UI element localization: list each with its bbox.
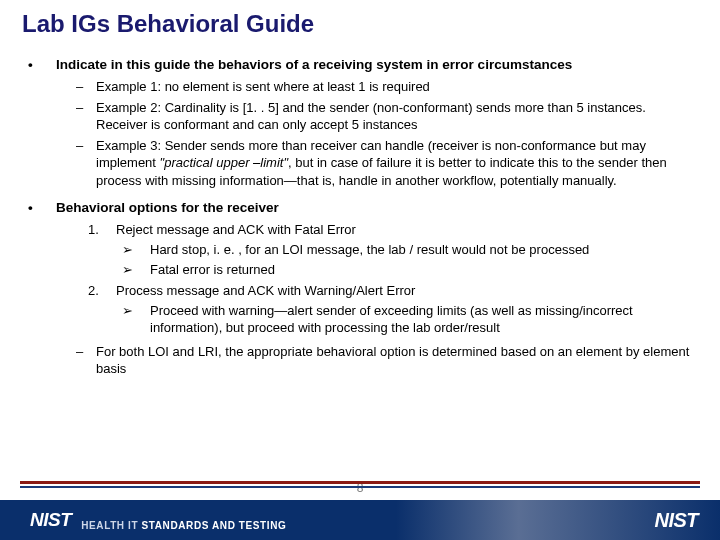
ex3-italic: "practical upper –limit" xyxy=(160,155,288,170)
footer-note-text: For both LOI and LRI, the appropriate be… xyxy=(96,343,692,377)
arrow-icon: ➢ xyxy=(122,241,150,258)
tag-plain: HEALTH IT xyxy=(81,520,141,531)
example-2: – Example 2: Cardinality is [1. . 5] and… xyxy=(76,99,692,133)
footer-right: NIST xyxy=(654,509,698,532)
option-1-sub-b: ➢ Fatal error is returned xyxy=(122,261,692,278)
example-2-text: Example 2: Cardinality is [1. . 5] and t… xyxy=(96,99,692,133)
option-1-sub-a-text: Hard stop, i. e. , for an LOI message, t… xyxy=(150,241,692,258)
bullet-section-1: • Indicate in this guide the behaviors o… xyxy=(28,56,692,74)
page-title: Lab IGs Behavioral Guide xyxy=(22,10,314,38)
section2-heading: Behavioral options for the receiver xyxy=(56,199,692,217)
bullet-section-2: • Behavioral options for the receiver xyxy=(28,199,692,217)
example-3: – Example 3: Sender sends more than rece… xyxy=(76,137,692,188)
option-1-text: Reject message and ACK with Fatal Error xyxy=(116,221,692,238)
nist-logo-right: NIST xyxy=(654,509,698,531)
option-1-sub-b-text: Fatal error is returned xyxy=(150,261,692,278)
footer-note: – For both LOI and LRI, the appropriate … xyxy=(76,343,692,377)
arrow-icon: ➢ xyxy=(122,302,150,336)
bullet-icon: • xyxy=(28,199,56,217)
arrow-icon: ➢ xyxy=(122,261,150,278)
bullet-icon: • xyxy=(28,56,56,74)
divider-blue xyxy=(20,486,700,488)
option-2-text: Process message and ACK with Warning/Ale… xyxy=(116,282,692,299)
example-1: – Example 1: no element is sent where at… xyxy=(76,78,692,95)
option-2: 2. Process message and ACK with Warning/… xyxy=(88,282,692,299)
footer: NIST HEALTH IT STANDARDS AND TESTING NIS… xyxy=(0,500,720,540)
divider-red xyxy=(20,481,700,484)
body-content: • Indicate in this guide the behaviors o… xyxy=(28,50,692,377)
option-1-sub-a: ➢ Hard stop, i. e. , for an LOI message,… xyxy=(122,241,692,258)
option-1: 1. Reject message and ACK with Fatal Err… xyxy=(88,221,692,238)
slide: Lab IGs Behavioral Guide • Indicate in t… xyxy=(0,0,720,540)
footer-tagline: HEALTH IT STANDARDS AND TESTING xyxy=(81,520,286,531)
option-2-num: 2. xyxy=(88,282,116,299)
option-2-sub-a: ➢ Proceed with warning—alert sender of e… xyxy=(122,302,692,336)
option-2-sub-a-text: Proceed with warning—alert sender of exc… xyxy=(150,302,692,336)
example-1-text: Example 1: no element is sent where at l… xyxy=(96,78,692,95)
option-1-num: 1. xyxy=(88,221,116,238)
tag-white: STANDARDS AND TESTING xyxy=(142,520,287,531)
dash-icon: – xyxy=(76,137,96,188)
example-3-text: Example 3: Sender sends more than receiv… xyxy=(96,137,692,188)
footer-left: NIST HEALTH IT STANDARDS AND TESTING xyxy=(30,509,286,531)
nist-logo-left: NIST xyxy=(30,509,71,531)
dash-icon: – xyxy=(76,99,96,133)
dash-icon: – xyxy=(76,78,96,95)
dash-icon: – xyxy=(76,343,96,377)
section1-heading: Indicate in this guide the behaviors of … xyxy=(56,56,692,74)
